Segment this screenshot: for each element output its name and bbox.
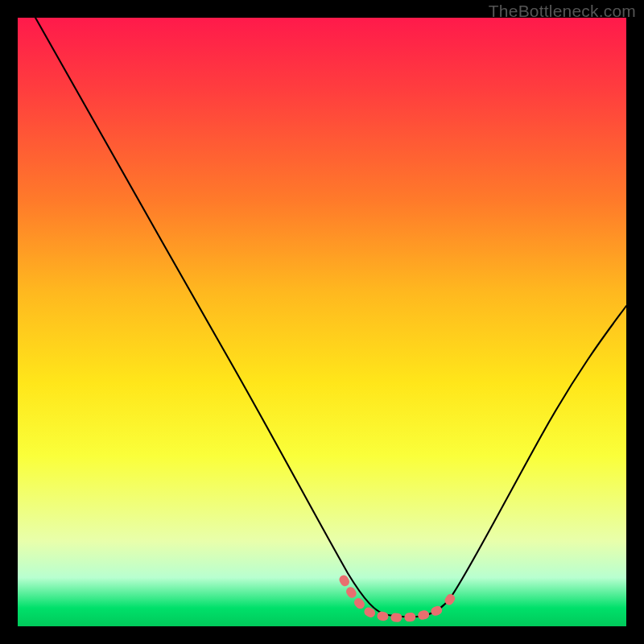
chart-plot-area [18, 18, 626, 626]
chart-svg [18, 18, 626, 626]
main-curve [35, 18, 626, 617]
chart-stage: TheBottleneck.com [0, 0, 644, 644]
watermark-text: TheBottleneck.com [489, 2, 636, 21]
curve-layer [35, 18, 626, 617]
highlight-dash [344, 580, 456, 617]
highlight-layer [344, 580, 456, 617]
